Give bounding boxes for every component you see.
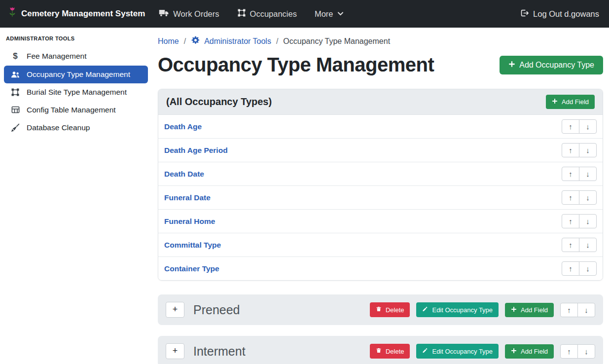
breadcrumb-separator: / <box>184 37 186 46</box>
breadcrumb: Home / Administrator Tools / Occupancy T… <box>158 36 603 47</box>
all-occupancy-types-header: (All Occupancy Types) Add Field <box>158 89 603 115</box>
plus-icon <box>511 306 517 314</box>
arrow-up-icon: ↑ <box>569 193 573 202</box>
trash-icon <box>376 347 382 355</box>
tulip-logo-icon <box>8 6 17 22</box>
move-up-button[interactable]: ↑ <box>562 238 579 252</box>
reorder-buttons: ↑ ↓ <box>562 214 597 228</box>
field-link[interactable]: Funeral Date <box>164 193 211 202</box>
edit-occupancy-type-button[interactable]: Edit Occupancy Type <box>416 302 499 317</box>
breadcrumb-separator: / <box>276 37 278 46</box>
sidebar-item-occupancy-type-management[interactable]: Occupancy Type Management <box>4 66 148 83</box>
move-up-button[interactable]: ↑ <box>562 261 579 276</box>
move-up-button[interactable]: ↑ <box>562 143 579 157</box>
arrow-down-icon: ↓ <box>584 306 588 314</box>
delete-button[interactable]: Delete <box>370 302 410 317</box>
occupancy-type-section: + Preneed Delete Edit Occupancy Type Add… <box>158 294 603 325</box>
move-down-button[interactable]: ↓ <box>579 238 597 252</box>
main-content: Home / Administrator Tools / Occupancy T… <box>152 28 609 364</box>
nav-more[interactable]: More <box>315 9 344 19</box>
arrow-down-icon: ↓ <box>586 241 590 249</box>
arrow-down-icon: ↓ <box>586 122 590 131</box>
reorder-buttons: ↑ ↓ <box>562 261 597 276</box>
main-nav: Work Orders Occupancies More <box>159 8 343 19</box>
edit-label: Edit Occupancy Type <box>432 348 493 355</box>
users-icon <box>10 70 21 79</box>
reorder-buttons: ↑ ↓ <box>562 119 597 134</box>
logout-icon <box>520 8 529 20</box>
frame-icon <box>237 8 246 19</box>
field-row: Death Age Period ↑ ↓ <box>158 139 603 162</box>
field-link[interactable]: Death Age <box>164 122 202 131</box>
breadcrumb-administrator-tools[interactable]: Administrator Tools <box>191 36 271 47</box>
edit-label: Edit Occupancy Type <box>432 306 493 314</box>
section-actions: Delete Edit Occupancy Type Add Field ↑ ↓ <box>370 344 595 359</box>
nav-occupancies-label: Occupancies <box>250 9 297 19</box>
arrow-down-icon: ↓ <box>586 170 590 178</box>
broom-icon <box>10 123 21 133</box>
pencil-icon <box>422 306 428 314</box>
add-field-button[interactable]: Add Field <box>546 95 595 109</box>
arrow-down-icon: ↓ <box>584 347 588 356</box>
move-up-button[interactable]: ↑ <box>560 303 578 317</box>
arrow-up-icon: ↑ <box>569 146 573 154</box>
move-up-button[interactable]: ↑ <box>562 214 579 228</box>
move-down-button[interactable]: ↓ <box>577 344 595 359</box>
frame-icon <box>10 88 21 97</box>
pencil-icon <box>422 347 428 355</box>
add-field-button[interactable]: Add Field <box>505 344 554 359</box>
add-field-label: Add Field <box>521 348 548 355</box>
field-link[interactable]: Death Age Period <box>164 146 228 155</box>
field-row: Container Type ↑ ↓ <box>158 257 603 280</box>
delete-label: Delete <box>386 306 404 314</box>
chevron-down-icon <box>337 9 344 19</box>
breadcrumb-home[interactable]: Home <box>158 37 179 46</box>
sidebar-heading: ADMINISTRATOR TOOLS <box>0 32 152 47</box>
move-up-button[interactable]: ↑ <box>560 344 578 359</box>
sidebar-item-burial-site-type-management[interactable]: Burial Site Type Management <box>4 84 148 101</box>
trash-icon <box>376 306 382 314</box>
plus-icon <box>508 61 515 70</box>
sidebar-item-config-table-management[interactable]: Config Table Management <box>4 101 148 118</box>
move-down-button[interactable]: ↓ <box>579 143 597 157</box>
delete-button[interactable]: Delete <box>370 344 410 359</box>
field-row: Committal Type ↑ ↓ <box>158 233 603 257</box>
field-link[interactable]: Death Date <box>164 170 204 179</box>
nav-work-orders-label: Work Orders <box>173 9 219 19</box>
add-field-label: Add Field <box>521 306 548 314</box>
reorder-buttons: ↑ ↓ <box>562 238 597 252</box>
move-down-button[interactable]: ↓ <box>579 214 597 228</box>
move-down-button[interactable]: ↓ <box>577 303 595 317</box>
field-row: Funeral Date ↑ ↓ <box>158 186 603 210</box>
sidebar-item-fee-management[interactable]: $ Fee Management <box>4 47 148 65</box>
expand-section-button[interactable]: + <box>166 302 184 318</box>
edit-occupancy-type-button[interactable]: Edit Occupancy Type <box>416 344 499 359</box>
move-down-button[interactable]: ↓ <box>579 119 597 134</box>
arrow-up-icon: ↑ <box>569 217 573 225</box>
field-link[interactable]: Committal Type <box>164 241 221 250</box>
expand-section-button[interactable]: + <box>166 343 184 359</box>
field-link[interactable]: Funeral Home <box>164 217 215 226</box>
page-title: Occupancy Type Management <box>158 54 434 76</box>
sidebar-item-database-cleanup[interactable]: Database Cleanup <box>4 119 148 137</box>
app-brand[interactable]: Cemetery Management System <box>8 6 145 22</box>
section-title: Interment <box>193 344 246 359</box>
plus-icon <box>552 98 558 106</box>
move-up-button[interactable]: ↑ <box>562 167 579 181</box>
field-link[interactable]: Container Type <box>164 264 219 273</box>
gear-icon <box>191 36 200 47</box>
nav-occupancies[interactable]: Occupancies <box>237 8 297 19</box>
reorder-buttons: ↑ ↓ <box>562 167 597 181</box>
arrow-down-icon: ↓ <box>586 193 590 202</box>
nav-work-orders[interactable]: Work Orders <box>159 9 219 19</box>
move-down-button[interactable]: ↓ <box>579 167 597 181</box>
section-title: Preneed <box>193 303 240 317</box>
all-occupancy-types-card: (All Occupancy Types) Add Field Death Ag… <box>158 89 603 281</box>
move-up-button[interactable]: ↑ <box>562 190 579 205</box>
move-down-button[interactable]: ↓ <box>579 190 597 205</box>
move-down-button[interactable]: ↓ <box>579 261 597 276</box>
add-occupancy-type-button[interactable]: Add Occupancy Type <box>500 56 603 74</box>
move-up-button[interactable]: ↑ <box>562 119 579 134</box>
add-field-button[interactable]: Add Field <box>505 303 554 317</box>
logout-link[interactable]: Log Out d.gowans <box>520 8 599 20</box>
